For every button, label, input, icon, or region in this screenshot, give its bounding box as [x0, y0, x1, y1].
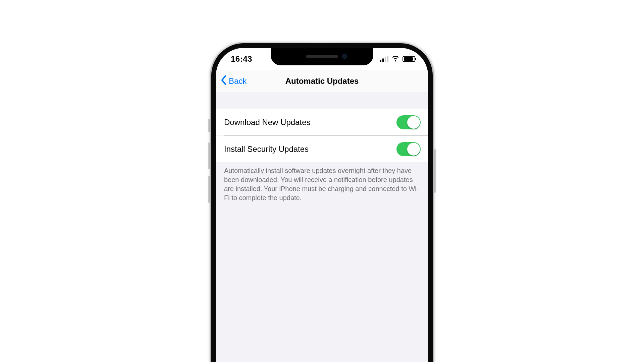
- row-label: Install Security Updates: [224, 144, 309, 154]
- toggle-install-security-updates[interactable]: [396, 142, 421, 156]
- cellular-icon: [380, 56, 389, 62]
- group-footer-text: Automatically install software updates o…: [216, 162, 428, 202]
- page-title: Automatic Updates: [285, 76, 359, 86]
- wifi-icon: [391, 54, 399, 64]
- status-time: 16:43: [231, 54, 252, 64]
- settings-content: Download New Updates Install Security Up…: [216, 92, 428, 362]
- row-label: Download New Updates: [224, 118, 310, 127]
- back-label: Back: [229, 76, 247, 86]
- nav-bar: Back Automatic Updates: [216, 70, 428, 92]
- back-button[interactable]: Back: [220, 70, 247, 92]
- chevron-left-icon: [220, 75, 227, 87]
- row-install-security-updates[interactable]: Install Security Updates: [216, 136, 428, 162]
- status-bar: 16:43: [216, 48, 428, 70]
- row-download-new-updates[interactable]: Download New Updates: [216, 109, 428, 135]
- phone-screen: 16:43 Back: [216, 48, 428, 362]
- power-key: [434, 149, 436, 193]
- settings-group: Download New Updates Install Security Up…: [216, 92, 428, 202]
- phone-mockup: 16:43 Back: [210, 42, 434, 362]
- toggle-download-new-updates[interactable]: [396, 115, 421, 129]
- battery-icon: [402, 56, 415, 62]
- canvas: 16:43 Back: [0, 0, 644, 362]
